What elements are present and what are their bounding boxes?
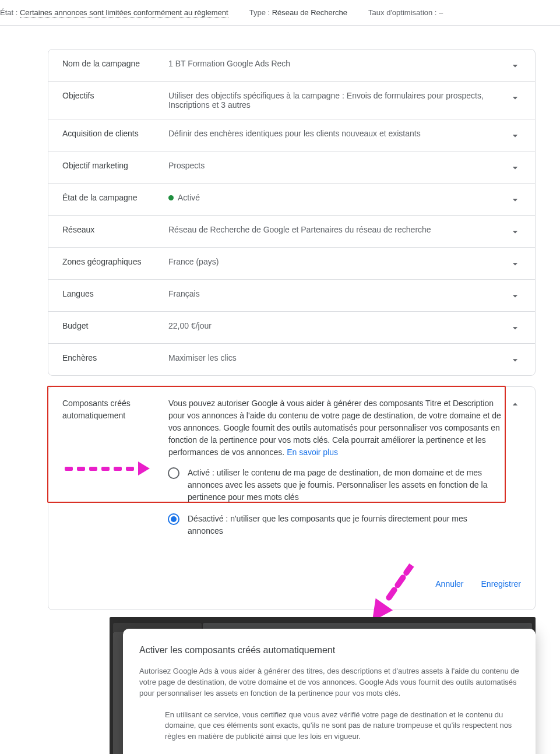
- row-label: Budget: [62, 321, 161, 330]
- row-value: Prospects: [168, 161, 502, 170]
- row-value: France (pays): [168, 257, 502, 266]
- chevron-down-icon: [509, 129, 521, 142]
- chevron-down-icon: [509, 161, 521, 174]
- row-value: Français: [168, 289, 502, 298]
- chevron-up-icon: [509, 397, 521, 412]
- radio-label: Désactivé : n'utiliser que les composant…: [188, 513, 496, 537]
- opt-label: Taux d'optimisation :: [368, 8, 436, 17]
- section-actions: Annuler Enregistrer: [48, 547, 535, 598]
- row-budget[interactable]: Budget 22,00 €/jour: [48, 312, 535, 344]
- section-label: Composants créés automatiquement: [62, 397, 161, 422]
- row-value: Maximiser les clics: [168, 353, 502, 362]
- chevron-down-icon: [509, 59, 521, 72]
- row-langues[interactable]: Langues Français: [48, 280, 535, 312]
- chevron-down-icon: [509, 321, 521, 334]
- etat-label: État :: [0, 8, 17, 17]
- status-text: Activé: [178, 193, 200, 202]
- annotation-arrow-icon: [65, 461, 150, 475]
- row-reseaux[interactable]: Réseaux Réseau de Recherche de Google et…: [48, 216, 535, 248]
- type-label: Type :: [249, 8, 270, 17]
- row-value: 22,00 €/jour: [168, 321, 502, 330]
- row-value: Utiliser des objectifs spécifiques à la …: [168, 91, 502, 110]
- type-kv: Type : Réseau de Recherche: [249, 8, 347, 17]
- section-desc: Vous pouvez autoriser Google à vous aide…: [168, 397, 502, 459]
- svg-line-2: [389, 590, 394, 597]
- row-label: Zones géographiques: [62, 257, 161, 266]
- row-label: État de la campagne: [62, 193, 161, 202]
- opt-kv: Taux d'optimisation : –: [368, 8, 443, 17]
- opt-value: –: [439, 8, 443, 17]
- radio-icon: [168, 467, 179, 479]
- etat-value[interactable]: Certaines annonces sont limitées conform…: [20, 8, 228, 17]
- row-label: Acquisition de clients: [62, 129, 161, 138]
- radio-option-enabled[interactable]: Activé : utiliser le contenu de ma page …: [168, 467, 496, 503]
- radio-icon: [168, 513, 179, 525]
- confirmation-dialog: Activer les composants créés automatique…: [123, 629, 536, 754]
- auto-assets-section: Composants créés automatiquement Vous po…: [48, 386, 536, 610]
- svg-line-1: [397, 577, 403, 585]
- status-dot-icon: [168, 195, 174, 200]
- svg-line-0: [406, 565, 411, 573]
- row-acquisition[interactable]: Acquisition de clients Définir des enchè…: [48, 119, 535, 151]
- learn-more-link[interactable]: En savoir plus: [287, 448, 338, 457]
- radio-option-disabled[interactable]: Désactivé : n'utiliser que les composant…: [168, 513, 496, 537]
- status-bar: État : Certaines annonces sont limitées …: [0, 0, 560, 26]
- row-label: Objectifs: [62, 91, 161, 100]
- row-value: Activé: [168, 193, 502, 202]
- row-label: Nom de la campagne: [62, 59, 161, 68]
- row-value: Réseau de Recherche de Google et Partena…: [168, 225, 502, 234]
- chevron-down-icon: [509, 257, 521, 270]
- row-label: Langues: [62, 289, 161, 298]
- modal-annotation-wrap: Composants créés Vous pouvez autoriser G…: [110, 617, 536, 754]
- dialog-paragraph: Autorisez Google Ads à vous aider à géné…: [139, 666, 519, 699]
- dialog-title: Activer les composants créés automatique…: [139, 645, 519, 656]
- row-campaign-state[interactable]: État de la campagne Activé: [48, 184, 535, 216]
- save-button[interactable]: Enregistrer: [481, 579, 521, 589]
- row-label: Objectif marketing: [62, 161, 161, 170]
- chevron-down-icon: [509, 353, 521, 366]
- chevron-down-icon: [509, 193, 521, 206]
- etat-kv: État : Certaines annonces sont limitées …: [0, 8, 228, 17]
- row-marketing[interactable]: Objectif marketing Prospects: [48, 151, 535, 184]
- chevron-down-icon: [509, 91, 521, 104]
- row-campaign-name[interactable]: Nom de la campagne 1 BT Formation Google…: [48, 50, 535, 82]
- row-objectifs[interactable]: Objectifs Utiliser des objectifs spécifi…: [48, 82, 535, 119]
- row-label: Enchères: [62, 353, 161, 362]
- row-value: Définir des enchères identiques pour les…: [168, 129, 502, 138]
- row-zones[interactable]: Zones géographiques France (pays): [48, 248, 535, 280]
- cancel-button[interactable]: Annuler: [435, 579, 463, 589]
- row-encheres[interactable]: Enchères Maximiser les clics: [48, 344, 535, 375]
- row-label: Réseaux: [62, 225, 161, 234]
- radio-label: Activé : utiliser le contenu de ma page …: [188, 467, 496, 503]
- section-header[interactable]: Composants créés automatiquement Vous po…: [48, 387, 535, 459]
- chevron-down-icon: [509, 225, 521, 238]
- row-value: 1 BT Formation Google Ads Rech: [168, 59, 502, 68]
- dialog-paragraph: En utilisant ce service, vous certifiez …: [139, 710, 519, 743]
- chevron-down-icon: [509, 289, 521, 302]
- type-value: Réseau de Recherche: [272, 8, 347, 17]
- campaign-settings-accordion: Nom de la campagne 1 BT Formation Google…: [48, 49, 536, 376]
